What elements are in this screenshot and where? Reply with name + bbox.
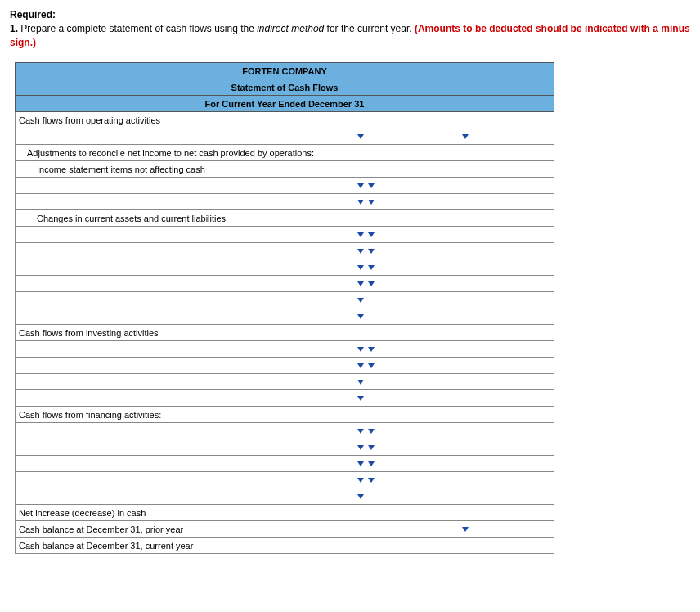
operating-subtotal-select[interactable] (16, 308, 366, 325)
investing-section-header: Cash flows from investing activities (16, 325, 366, 341)
empty-cell (366, 308, 460, 325)
empty-cell (366, 325, 460, 341)
question-text-before: Prepare a complete statement of cash flo… (20, 23, 257, 34)
financing-line-select[interactable] (16, 472, 366, 488)
adjustments-header: Adjustments to reconcile net income to n… (16, 145, 366, 161)
financing-line-select[interactable] (16, 456, 366, 472)
amount-input[interactable] (366, 358, 460, 374)
amount-input[interactable] (366, 456, 460, 472)
amount-input[interactable] (366, 276, 460, 292)
amount-input[interactable] (366, 128, 460, 145)
changes-line-select[interactable] (16, 227, 366, 243)
empty-cell (366, 488, 460, 505)
amount-input[interactable] (366, 292, 460, 308)
table-title-company: FORTEN COMPANY (16, 63, 554, 79)
table-title-statement: Statement of Cash Flows (16, 79, 554, 96)
nonaffecting-line-select[interactable] (16, 178, 366, 194)
empty-cell (460, 341, 554, 358)
empty-cell (460, 439, 554, 456)
amount-input[interactable] (460, 308, 554, 325)
investing-line-select[interactable] (16, 341, 366, 358)
nonaffecting-header: Income statement items not affecting cas… (16, 161, 366, 178)
financing-subtotal-select[interactable] (16, 488, 366, 505)
operating-section-header: Cash flows from operating activities (16, 112, 366, 128)
question-text-after: for the current year. (324, 23, 415, 34)
operating-line-select[interactable] (16, 128, 366, 145)
empty-cell (460, 259, 554, 276)
financing-line-select[interactable] (16, 423, 366, 439)
required-label: Required: (10, 8, 690, 22)
amount-input[interactable] (366, 227, 460, 243)
current-balance-label: Cash balance at December 31, current yea… (16, 538, 366, 554)
changes-header: Changes in current assets and current li… (16, 210, 366, 227)
empty-cell (460, 112, 554, 128)
financing-section-header: Cash flows from financing activities: (16, 407, 366, 423)
amount-input[interactable] (366, 423, 460, 439)
changes-line-select[interactable] (16, 276, 366, 292)
empty-cell (460, 358, 554, 374)
empty-cell (460, 194, 554, 210)
question-number: 1. (10, 23, 18, 34)
amount-input[interactable] (366, 472, 460, 488)
table-title-period: For Current Year Ended December 31 (16, 96, 554, 112)
empty-cell (366, 145, 460, 161)
empty-cell (460, 178, 554, 194)
empty-cell (366, 210, 460, 227)
empty-cell (460, 227, 554, 243)
amount-input[interactable] (366, 341, 460, 358)
empty-cell (366, 538, 460, 554)
empty-cell (366, 407, 460, 423)
empty-cell (366, 112, 460, 128)
changes-line-select[interactable] (16, 259, 366, 276)
empty-cell (366, 390, 460, 407)
question-text: 1. Prepare a complete statement of cash … (10, 22, 690, 50)
amount-input[interactable] (366, 259, 460, 276)
empty-cell (366, 161, 460, 178)
empty-cell (366, 521, 460, 538)
investing-line-select[interactable] (16, 358, 366, 374)
question-italic: indirect method (257, 23, 324, 34)
changes-line-select[interactable] (16, 292, 366, 308)
amount-input[interactable] (460, 538, 554, 554)
amount-input[interactable] (460, 521, 554, 538)
amount-input[interactable] (460, 488, 554, 505)
financing-line-select[interactable] (16, 439, 366, 456)
empty-cell (460, 243, 554, 259)
amount-input[interactable] (366, 194, 460, 210)
empty-cell (460, 145, 554, 161)
empty-cell (460, 276, 554, 292)
amount-input[interactable] (460, 390, 554, 407)
empty-cell (366, 505, 460, 521)
prior-balance-label: Cash balance at December 31, prior year (16, 521, 366, 538)
question-block: Required: 1. Prepare a complete statemen… (10, 8, 690, 49)
empty-cell (460, 161, 554, 178)
amount-input[interactable] (460, 128, 554, 145)
amount-input[interactable] (366, 439, 460, 456)
net-change-label: Net increase (decrease) in cash (16, 505, 366, 521)
empty-cell (460, 325, 554, 341)
empty-cell (460, 472, 554, 488)
empty-cell (460, 210, 554, 227)
cashflow-table: FORTEN COMPANY Statement of Cash Flows F… (15, 62, 554, 554)
empty-cell (460, 407, 554, 423)
empty-cell (460, 374, 554, 390)
changes-line-select[interactable] (16, 243, 366, 259)
amount-input[interactable] (366, 178, 460, 194)
investing-subtotal-select[interactable] (16, 390, 366, 407)
amount-input[interactable] (460, 505, 554, 521)
empty-cell (460, 292, 554, 308)
nonaffecting-line-select[interactable] (16, 194, 366, 210)
empty-cell (460, 456, 554, 472)
amount-input[interactable] (366, 243, 460, 259)
empty-cell (460, 423, 554, 439)
amount-input[interactable] (366, 374, 460, 390)
investing-line-select[interactable] (16, 374, 366, 390)
